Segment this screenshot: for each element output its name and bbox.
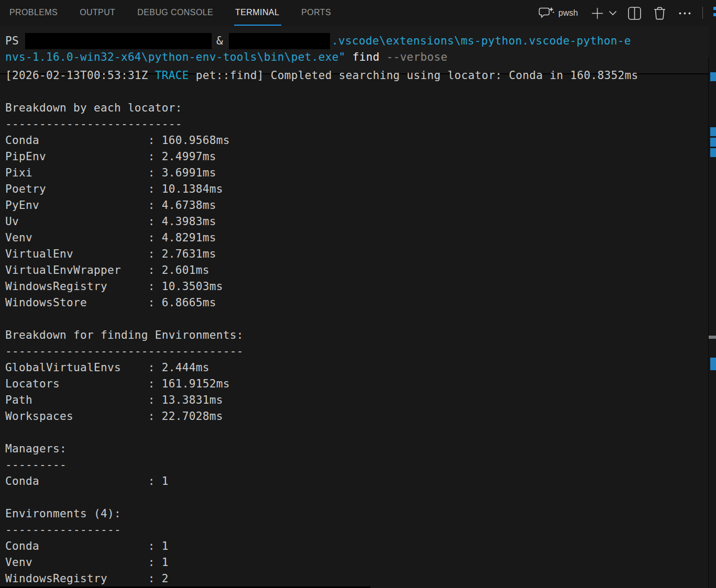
metric-line: Workspaces : 22.7028ms <box>5 408 706 425</box>
section-title: Environments (4): <box>5 506 706 522</box>
metric-line: Conda : 1 <box>5 538 706 554</box>
tab-terminal[interactable]: TERMINAL <box>235 5 279 22</box>
section-underline: -------------------------- <box>5 116 706 132</box>
metric-line: Path : 13.3831ms <box>5 392 706 408</box>
metric-line: PipEnv : 2.4997ms <box>5 149 706 165</box>
command-line-1: PS&.vscode\extensions\ms-python.vscode-p… <box>5 33 709 49</box>
new-terminal-button[interactable] <box>590 0 604 26</box>
tab-debug-console[interactable]: DEBUG CONSOLE <box>137 5 213 22</box>
metric-line: WindowsStore : 6.8665ms <box>5 295 706 311</box>
toolbar-divider <box>702 7 703 19</box>
plus-icon <box>590 6 604 20</box>
tab-problems[interactable]: PROBLEMS <box>9 5 58 22</box>
command-subcommand: find <box>353 51 380 63</box>
scrollbar-thumb[interactable] <box>709 336 716 339</box>
call-operator: & <box>216 35 223 47</box>
blank-line <box>5 84 706 100</box>
ellipsis-icon <box>678 6 692 20</box>
metric-line: Conda : 160.9568ms <box>5 132 706 149</box>
scrollbar-track-border <box>708 58 709 588</box>
scrollbar-command-mark <box>710 72 716 81</box>
terminal-chat-button[interactable] <box>538 0 555 26</box>
metric-line: Locators : 161.9152ms <box>5 376 706 392</box>
terminal-output: [2026-02-13T00:53:31Z TRACE pet::find] C… <box>5 68 706 587</box>
metric-line: Pixi : 3.6991ms <box>5 165 706 181</box>
chevron-down-icon <box>608 10 618 16</box>
panel-header: PROBLEMSOUTPUTDEBUG CONSOLETERMINALPORTS… <box>0 0 716 26</box>
redacted-path-2 <box>229 33 330 49</box>
kill-terminal-button[interactable] <box>653 0 667 26</box>
trash-icon <box>653 6 667 20</box>
prompt-label: PS <box>5 35 19 47</box>
metric-line: Venv : 4.8291ms <box>5 230 706 246</box>
metric-line: VirtualEnvWrapper : 2.601ms <box>5 262 706 279</box>
chat-sparkle-icon <box>538 6 555 20</box>
scrollbar-command-mark <box>710 138 716 147</box>
metric-line: GlobalVirtualEnvs : 2.444ms <box>5 360 706 376</box>
section-underline: --------- <box>5 457 706 473</box>
clipped-panel-icon <box>713 7 716 19</box>
tab-output[interactable]: OUTPUT <box>80 5 115 22</box>
scrollbar-command-mark <box>710 358 716 370</box>
split-terminal-button[interactable] <box>627 0 642 26</box>
scrollbar-command-mark <box>710 127 716 136</box>
blank-line <box>5 425 706 441</box>
metric-line: Conda : 1 <box>5 473 706 490</box>
command-path-part1: .vscode\extensions\ms-python.vscode-pyth… <box>332 35 631 47</box>
redacted-path-1 <box>25 33 212 49</box>
section-underline: ----------------- <box>5 522 706 538</box>
command-line-2: nvs-1.16.0-win32-x64\python-env-tools\bi… <box>5 49 709 65</box>
metric-line: Venv : 1 <box>5 554 706 571</box>
blank-line <box>5 311 706 327</box>
panel-tabs: PROBLEMSOUTPUTDEBUG CONSOLETERMINALPORTS <box>9 0 331 26</box>
metric-line: Poetry : 10.1384ms <box>5 181 706 197</box>
more-actions-button[interactable] <box>678 0 692 26</box>
section-title: Managers: <box>5 441 706 457</box>
section-underline: ----------------------------------- <box>5 343 706 360</box>
blank-line <box>5 490 706 506</box>
command-flag: --verbose <box>387 51 448 63</box>
trace-line: [2026-02-13T00:53:31Z TRACE pet::find] C… <box>5 68 706 84</box>
terminal-view[interactable]: PS&.vscode\extensions\ms-python.vscode-p… <box>0 26 716 588</box>
shell-label[interactable]: pwsh <box>558 0 578 26</box>
tab-ports[interactable]: PORTS <box>301 5 331 22</box>
command-path-part2: nvs-1.16.0-win32-x64\python-env-tools\bi… <box>5 51 346 63</box>
metric-line: WindowsRegistry : 2 <box>5 571 706 587</box>
scrollbar-command-mark <box>710 148 716 157</box>
section-title: Breakdown for finding Environments: <box>5 327 706 343</box>
metric-line: PyEnv : 4.6738ms <box>5 197 706 214</box>
launch-profile-button[interactable] <box>608 0 618 26</box>
split-panel-icon <box>627 6 642 20</box>
metric-line: VirtualEnv : 2.7631ms <box>5 246 706 262</box>
metric-line: WindowsRegistry : 10.3503ms <box>5 279 706 295</box>
section-title: Breakdown by each locator: <box>5 100 706 116</box>
metric-line: Uv : 4.3983ms <box>5 214 706 230</box>
